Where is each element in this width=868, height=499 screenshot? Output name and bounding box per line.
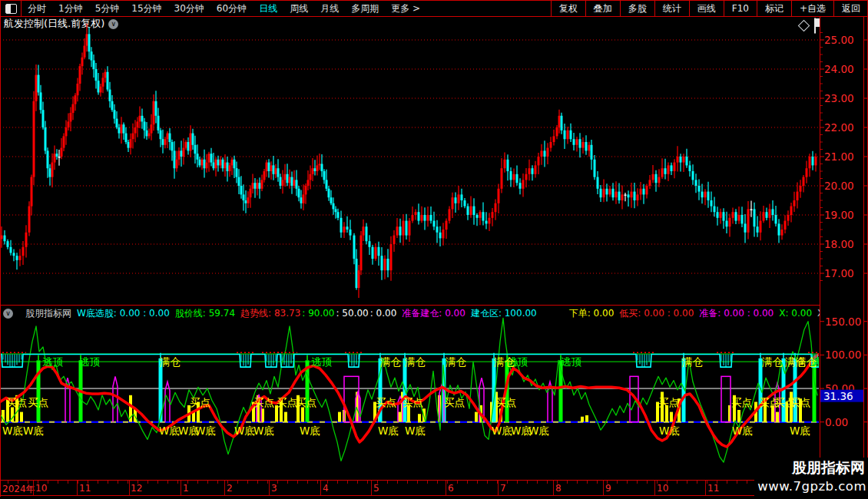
label-逃顶: 逃顶: [42, 355, 64, 368]
period-item[interactable]: 月线: [314, 2, 345, 15]
tool-item[interactable]: 标记: [757, 1, 791, 16]
date-tick: [347, 481, 348, 484]
period-item[interactable]: 60分钟: [210, 2, 253, 15]
label-买点: 买点: [403, 396, 423, 408]
period-item[interactable]: 更多 >: [385, 2, 426, 15]
sidebar-toggle-button[interactable]: [0, 1, 22, 17]
month-label: 12: [131, 483, 142, 494]
date-tick: [627, 481, 628, 484]
date-tick: [367, 481, 368, 484]
label-W底: W底: [300, 425, 320, 437]
year-label: 2024年: [2, 483, 35, 496]
date-tick: [287, 481, 288, 484]
period-item[interactable]: 分时: [22, 2, 52, 15]
label-满仓: 满仓: [493, 355, 515, 368]
label-W底: W底: [23, 425, 44, 437]
month-label: 5: [373, 483, 379, 494]
tool-item[interactable]: 复权: [551, 1, 585, 16]
month-separator: [498, 481, 499, 495]
date-tick: [697, 481, 697, 484]
date-tick: [617, 481, 618, 484]
date-tick: [427, 481, 428, 484]
price-gridlines: 25.0024.0023.0022.0021.0020.0019.0018.00…: [0, 33, 868, 281]
svg-text:24.00: 24.00: [824, 63, 854, 75]
tool-item[interactable]: 画线: [689, 1, 724, 16]
label-买点: 买点: [277, 396, 297, 408]
label-W底: W底: [378, 425, 399, 437]
indicator-value: : 50.00: [336, 308, 369, 319]
date-tick: [477, 481, 478, 484]
panel-content: 逃顶逃顶逃顶逃顶逃顶逃顶满仓满仓满仓满仓满仓满仓满仓满仓满仓买点买点买点买点买点…: [0, 318, 833, 462]
candlestick-chart[interactable]: 25.0024.0023.0022.0021.0020.0019.0018.00…: [0, 31, 868, 305]
period-item[interactable]: 多周期: [345, 2, 385, 15]
date-tick: [337, 481, 338, 484]
indicator-value: 趋势线: 83.73: [240, 307, 300, 320]
month-label: 6: [448, 483, 454, 494]
label-满仓: 满仓: [159, 355, 181, 368]
date-tick: [417, 481, 418, 484]
period-item[interactable]: 1分钟: [52, 2, 89, 15]
left-border: [0, 0, 1, 497]
indicator-value: 股价线: 59.74: [175, 307, 235, 320]
date-tick: [267, 481, 268, 484]
label-W底: W底: [528, 425, 549, 437]
label-满仓: 满仓: [445, 355, 467, 368]
indicator-value: : 90.00: [302, 308, 334, 319]
indicator-value: W底选股: 0.00 : 0.00: [77, 307, 170, 320]
svg-text:18.00: 18.00: [824, 238, 854, 250]
label-买点: 买点: [296, 396, 316, 408]
date-tick: [497, 481, 498, 484]
label-买点: 买点: [6, 396, 27, 408]
label-W底: W底: [195, 425, 216, 437]
label-逃顶: 逃顶: [311, 355, 333, 368]
label-满仓: 满仓: [761, 355, 784, 368]
label-W底: W底: [2, 425, 23, 437]
period-item[interactable]: 周线: [283, 2, 314, 15]
date-tick: [207, 481, 208, 484]
chevron-down-icon[interactable]: ∨: [108, 19, 118, 29]
tool-item[interactable]: 统计: [654, 1, 689, 16]
date-tick: [247, 481, 248, 484]
month-label: 10: [35, 483, 47, 494]
date-tick: [217, 481, 218, 484]
label-满仓: 满仓: [795, 355, 817, 368]
date-tick: [527, 481, 528, 484]
tool-item[interactable]: 叠加: [585, 1, 620, 16]
svg-text:19.00: 19.00: [824, 209, 854, 221]
date-tick: [537, 481, 538, 484]
svg-text:100.00: 100.00: [825, 349, 861, 361]
label-买点: 买点: [28, 396, 48, 408]
candlestick-series: [1, 24, 817, 298]
current-value-box: 31.36: [820, 390, 863, 402]
month-separator: [224, 481, 225, 495]
svg-text:22.00: 22.00: [824, 121, 854, 134]
period-item[interactable]: 30分钟: [168, 2, 210, 15]
tool-item[interactable]: 多股: [620, 1, 654, 16]
period-item[interactable]: 5分钟: [89, 2, 126, 15]
collapse-indicator-icon[interactable]: ∨: [3, 309, 13, 319]
tool-item[interactable]: 返回: [833, 1, 868, 16]
tool-item[interactable]: +自选: [791, 1, 833, 16]
date-tick: [487, 481, 488, 484]
period-item[interactable]: 日线: [253, 2, 283, 15]
date-tick: [147, 481, 148, 484]
date-tick: [567, 481, 568, 484]
date-tick: [257, 481, 258, 484]
date-tick: [78, 481, 78, 484]
svg-text:25.00: 25.00: [824, 34, 854, 46]
indicator-panel-chart[interactable]: 逃顶逃顶逃顶逃顶逃顶逃顶满仓满仓满仓满仓满仓满仓满仓满仓满仓买点买点买点买点买点…: [0, 321, 868, 480]
period-item[interactable]: 15分钟: [125, 2, 167, 15]
date-axis[interactable]: 2024年 1011121234567891011: [0, 480, 868, 496]
main-chart-content: 25.0024.0023.0022.0021.0020.0019.0018.00…: [0, 24, 868, 298]
month-separator: [181, 481, 181, 495]
date-tick: [727, 481, 727, 484]
date-tick: [28, 481, 28, 484]
diamond-icon[interactable]: [798, 20, 810, 32]
date-tick: [108, 481, 108, 484]
date-tick: [8, 481, 8, 484]
tool-item[interactable]: F10: [724, 1, 757, 16]
month-separator: [654, 481, 655, 495]
month-separator: [269, 481, 270, 495]
date-tick: [277, 481, 278, 484]
date-tick: [437, 481, 438, 484]
